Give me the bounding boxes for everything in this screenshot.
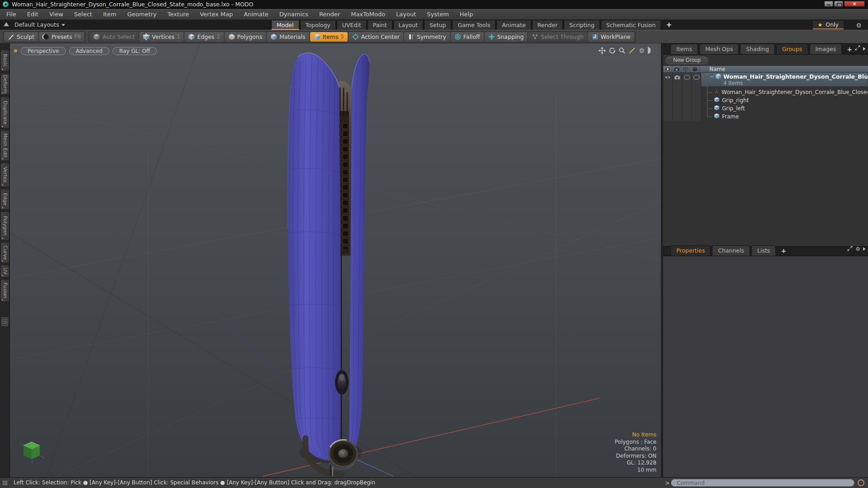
panel-arrow-icon[interactable] [863,47,866,51]
vtab-basic[interactable]: Basic [0,50,9,71]
vertices-mode-button[interactable]: Vertices1 [139,32,184,42]
menu-view[interactable]: View [44,9,69,19]
add-panel-tab-button[interactable]: + [777,247,790,256]
viewport-expand-arrow-icon[interactable] [648,47,656,54]
menu-file[interactable]: File [1,9,22,19]
menu-layout[interactable]: Layout [391,9,421,19]
menu-select[interactable]: Select [69,9,98,19]
row-render-toggle[interactable] [673,73,682,121]
layout-gear-icon[interactable]: ⚙ [856,21,862,30]
panel-gear-icon[interactable]: ⚙ [855,244,860,253]
home-arrow-icon[interactable] [4,22,9,26]
tab-animate[interactable]: Animate [496,20,531,30]
items-mode-button[interactable]: Items5 [310,32,348,42]
vtab-deform[interactable]: Deform [0,73,9,95]
add-panel-tab-button[interactable]: + [843,46,856,54]
maximize-icon[interactable] [628,47,636,54]
minimize-button[interactable] [824,1,833,7]
tab-schematic-fusion[interactable]: Schematic Fusion [601,20,661,30]
tab-game-tools[interactable]: Game Tools [452,20,495,30]
add-layout-tab-button[interactable]: + [662,20,676,30]
row-checkbox-1[interactable] [682,73,692,121]
sculpt-button[interactable]: Sculpt [4,32,38,42]
presets-button[interactable]: PresetsF6 [39,32,84,42]
tree-row-root-selected[interactable]: Woman_Hair_Straightener_Dyson_Corrale_Bl… [701,73,868,86]
action-center-button[interactable]: Action Center [349,32,403,42]
cube-outline-column-icon[interactable] [681,66,690,73]
tab-setup[interactable]: Setup [424,20,451,30]
auto-select-button[interactable]: Auto Select [90,32,138,42]
tab-items[interactable]: Items [670,44,698,54]
menu-animate[interactable]: Animate [238,9,274,19]
viewport-settings-gear-icon[interactable]: ⚙ [638,47,646,54]
title-bar[interactable]: Woman_Hair_Straightener_Dyson_Corrale_Bl… [0,0,868,9]
tab-layout[interactable]: Layout [393,20,424,30]
only-toggle-button[interactable]: ★Only [813,21,844,29]
vtab-mesh-edit[interactable]: Mesh Edit [0,130,9,161]
falloff-button[interactable]: Falloff [451,32,484,42]
panel-arrow-icon[interactable] [863,247,866,251]
tab-paint[interactable]: Paint [368,20,392,30]
orbit-icon[interactable] [608,47,616,54]
tree-row-grip-left[interactable]: Grip_left [701,105,868,112]
zoom-icon[interactable] [618,47,626,54]
vtab-uv[interactable]: UV [0,265,9,277]
menu-edit[interactable]: Edit [22,9,44,19]
tab-model[interactable]: Model [271,20,299,30]
vtab-polygon[interactable]: Polygon [0,211,9,240]
vtab-vertex[interactable]: Vertex [0,163,9,187]
expand-panel-icon[interactable] [847,246,853,253]
row-checkbox-2[interactable] [692,73,701,121]
close-button[interactable]: × [844,1,865,7]
perspective-selector[interactable]: Perspective [21,47,66,55]
menu-vertex-map[interactable]: Vertex Map [194,9,238,19]
tab-properties[interactable]: Properties [670,245,711,256]
tab-topology[interactable]: Topology [300,20,336,30]
shading-mode-selector[interactable]: Advanced [69,47,109,55]
command-history-icon[interactable] [858,479,864,486]
tab-groups[interactable]: Groups [776,44,808,54]
default-layouts-dropdown[interactable]: Default Layouts [14,21,59,28]
maximize-button[interactable] [834,1,843,7]
pan-icon[interactable] [598,47,606,54]
vtab-curve[interactable]: Curve [0,242,9,263]
vtab-edge[interactable]: Edge [0,189,9,210]
symmetry-button[interactable]: Symmetry [404,32,450,42]
tab-channels[interactable]: Channels [712,245,750,256]
menu-item[interactable]: Item [98,9,122,19]
tab-uvedit[interactable]: UVEdit [337,20,367,30]
tree-row-grip-right[interactable]: Grip_right [701,97,868,104]
menu-system[interactable]: System [421,9,454,19]
tree-row-frame[interactable]: Frame [701,113,868,120]
cube-column-icon[interactable] [690,66,699,73]
command-input[interactable] [671,479,854,487]
workplane-button[interactable]: WorkPlane [588,32,634,42]
menu-geometry[interactable]: Geometry [122,9,162,19]
expand-panel-icon[interactable] [855,45,860,52]
tab-images[interactable]: Images [810,44,842,54]
mini-palette-icon[interactable] [1,317,8,326]
snapping-button[interactable]: Snapping [485,32,528,42]
vtab-duplicate[interactable]: Duplicate [0,97,9,128]
panel-preset-dot[interactable] [665,48,669,52]
vtab-fusion[interactable]: Fusion [0,279,9,302]
tab-scripting[interactable]: Scripting [564,20,600,30]
render-column-camera-icon[interactable] [672,66,681,73]
panel-preset-dot[interactable] [665,250,669,253]
polygons-mode-button[interactable]: Polygons [225,32,266,42]
menu-maxtomodo[interactable]: MaxToModo [345,9,391,19]
status-grid-icon[interactable] [1,479,9,487]
raygl-toggle[interactable]: Ray GL: Off [113,47,157,55]
tab-lists[interactable]: Lists [751,245,776,256]
tab-render[interactable]: Render [532,20,563,30]
tree-row-locator[interactable]: Woman_Hair_Straightener_Dyson_Corrale_Bl… [701,89,868,96]
menu-texture[interactable]: Texture [162,9,194,19]
menu-help[interactable]: Help [454,9,479,19]
visibility-column-eye-icon[interactable] [663,66,672,73]
edges-mode-button[interactable]: Edges2 [184,32,223,42]
menu-dynamics[interactable]: Dynamics [274,9,314,19]
menu-render[interactable]: Render [314,9,345,19]
materials-mode-button[interactable]: Materials [267,32,309,42]
tab-mesh-ops[interactable]: Mesh Ops [699,44,739,54]
row-visibility-toggle[interactable] [663,73,673,121]
